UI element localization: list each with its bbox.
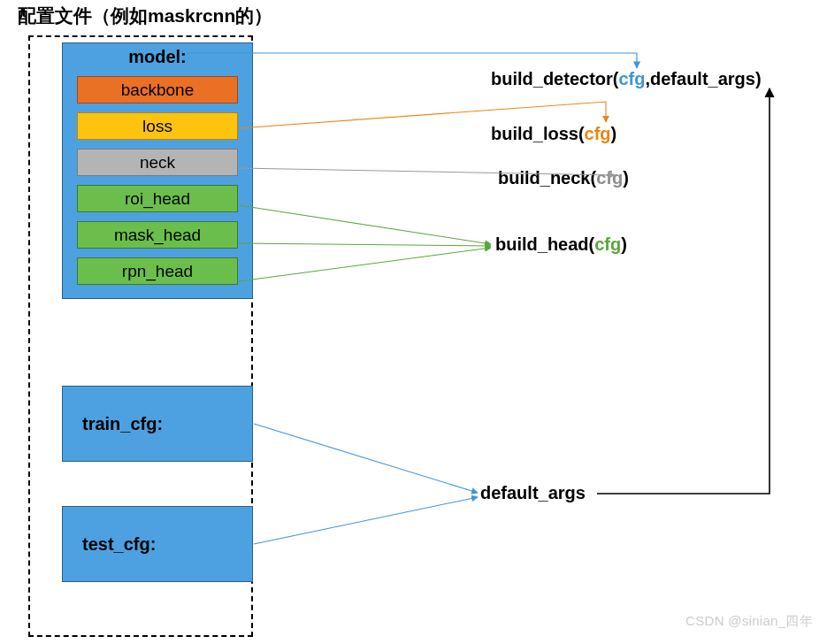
- diagram-title: 配置文件（例如maskrcnn的）: [18, 4, 272, 28]
- model-block: model: backbone loss neck roi_head mask_…: [62, 42, 253, 299]
- component-roi-head: roi_head: [77, 185, 238, 212]
- component-loss: loss: [77, 112, 238, 140]
- build-loss-label: build_loss(cfg): [491, 124, 616, 144]
- train-cfg-block: train_cfg:: [62, 386, 253, 462]
- component-neck: neck: [77, 149, 238, 176]
- train-cfg-label: train_cfg:: [82, 414, 163, 434]
- svg-line-3: [239, 248, 491, 281]
- component-rpn-head: rpn_head: [77, 257, 238, 285]
- test-cfg-label: test_cfg:: [82, 534, 156, 555]
- build-neck-label: build_neck(cfg): [498, 168, 629, 188]
- default-args-label: default_args: [480, 483, 586, 503]
- test-cfg-block: test_cfg:: [62, 506, 253, 582]
- build-head-label: build_head(cfg): [495, 234, 627, 255]
- component-backbone: backbone: [77, 76, 238, 104]
- watermark: CSDN @sinian_四年: [685, 613, 813, 630]
- svg-line-2: [239, 243, 491, 246]
- component-mask-head: mask_head: [77, 221, 238, 249]
- model-label: model:: [63, 43, 252, 74]
- svg-line-1: [239, 205, 491, 244]
- svg-line-4: [254, 424, 478, 493]
- build-detector-label: build_detector(cfg,default_args): [491, 69, 762, 89]
- svg-line-5: [254, 497, 478, 544]
